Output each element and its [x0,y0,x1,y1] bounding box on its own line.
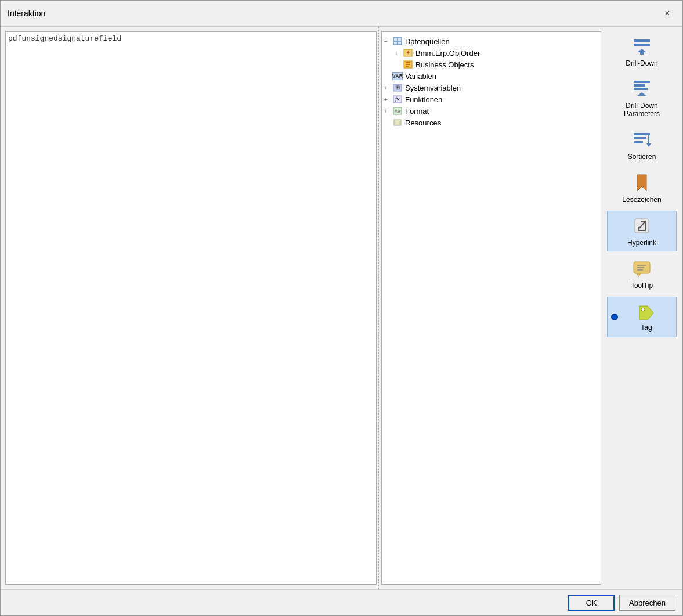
divider-line [378,27,380,589]
tree-label-business-objects: Business Objects [415,60,474,69]
tag-label: Tag [641,323,652,332]
sortieren-icon [631,129,652,150]
drill-down-icon [631,36,652,57]
sortieren-label: Sortieren [628,153,656,161]
drill-down-params-button[interactable]: Drill-Down Parameters [607,74,677,123]
tree-label-format: Format [405,107,429,116]
svg-rect-19 [634,84,645,87]
tree-item-variablen[interactable]: VAR Variablen [384,70,598,82]
tree-label-resources: Resources [405,118,441,127]
tree-item-format[interactable]: + #.# Format [384,105,598,117]
svg-rect-18 [634,81,650,83]
svg-text:⊞: ⊞ [395,84,400,91]
svg-rect-3 [406,62,410,63]
tree-label-systemvariablen: Systemvariablen [405,84,461,92]
svg-rect-4 [406,64,410,65]
tree-item-funktionen[interactable]: + fx Funktionen [384,93,598,105]
business-objects-icon [403,60,413,69]
close-button[interactable]: × [659,5,675,21]
svg-rect-17 [640,52,644,55]
actions-panel: Drill-Down Drill-Down Parameters [601,27,682,589]
content-area: pdfunsignedsignaturefield − Datenquellen [1,27,682,589]
hyperlink-icon [631,215,652,236]
grid-icon [392,37,403,46]
drill-down-button[interactable]: Drill-Down [607,31,677,72]
hyperlink-button[interactable]: Hyperlink [607,211,677,251]
drill-down-label: Drill-Down [626,59,657,67]
svg-text:✦: ✦ [406,49,410,56]
expander-format: + [384,108,392,114]
svg-marker-27 [637,175,646,191]
tree-item-systemvariablen[interactable]: + ⊞ Systemvariablen [384,82,598,93]
svg-marker-16 [637,49,646,52]
lesezeichen-icon [631,172,652,193]
tree-label-variablen: Variablen [405,72,436,81]
lesezeichen-button[interactable]: Lesezeichen [607,168,677,208]
expander-res [384,120,392,126]
svg-rect-23 [634,137,646,139]
left-editor-panel: pdfunsignedsignaturefield [5,31,377,585]
svg-marker-21 [637,92,646,96]
svg-rect-22 [634,133,650,135]
svg-text:fx: fx [395,95,400,102]
svg-rect-20 [634,88,648,90]
ok-button[interactable]: OK [568,595,615,611]
bottom-bar: OK Abbrechen [1,589,682,615]
drill-down-params-label: Drill-Down Parameters [611,102,673,118]
tree-label-funktionen: Funktionen [405,95,442,104]
svg-text:#.#: #.# [394,109,401,114]
tag-row: Tag [611,302,673,332]
expander-bo [395,62,403,68]
hyperlink-label: Hyperlink [627,239,656,247]
tree-item-business-objects[interactable]: Business Objects [395,59,598,70]
tree-item-datenquellen[interactable]: − Datenquellen [384,35,598,47]
dialog-title: Interaktion [8,9,45,18]
expander-funk: + [384,96,392,103]
sys-icon: ⊞ [392,83,403,92]
var-icon: VAR [392,71,403,81]
drill-down-params-icon [631,78,652,99]
tree-item-bmm[interactable]: + ✦ Bmm.Erp.ObjOrder [395,47,598,59]
format-icon: #.# [392,106,403,116]
sortieren-button[interactable]: Sortieren [607,125,677,165]
title-bar: Interaktion × [1,1,682,27]
tag-button[interactable]: Tag [607,297,677,337]
expression-input[interactable]: pdfunsignedsignaturefield [8,34,374,582]
tooltip-button[interactable]: ToolTip [607,254,677,294]
svg-rect-15 [634,44,650,46]
fx-icon: fx [392,95,403,104]
tooltip-label: ToolTip [631,282,653,290]
svg-marker-34 [637,273,641,277]
panel-divider [377,27,381,589]
svg-rect-14 [634,39,650,42]
lesezeichen-label: Lesezeichen [622,196,661,204]
resources-icon [392,118,403,127]
tag-radio-dot [611,314,618,320]
star-icon: ✦ [403,48,413,57]
expander-datenquellen: − [384,38,392,45]
svg-rect-5 [406,66,409,67]
interaktion-dialog: Interaktion × pdfunsignedsignaturefield … [0,0,683,616]
tag-icon [636,302,657,323]
expander-bmm: + [395,50,403,56]
svg-rect-13 [395,121,400,124]
tree-item-resources[interactable]: Resources [384,117,598,128]
tree-panel: − Datenquellen + ✦ Bmm.E [381,31,601,585]
svg-marker-26 [646,143,651,147]
svg-rect-24 [634,141,643,143]
expander-sysvars: + [384,85,392,91]
svg-point-35 [641,308,645,311]
tooltip-icon [631,258,652,279]
tree-label-datenquellen: Datenquellen [405,37,450,46]
cancel-button[interactable]: Abbrechen [619,595,675,611]
tree-label-bmm: Bmm.Erp.ObjOrder [415,49,480,57]
expander-variablen [384,73,392,80]
